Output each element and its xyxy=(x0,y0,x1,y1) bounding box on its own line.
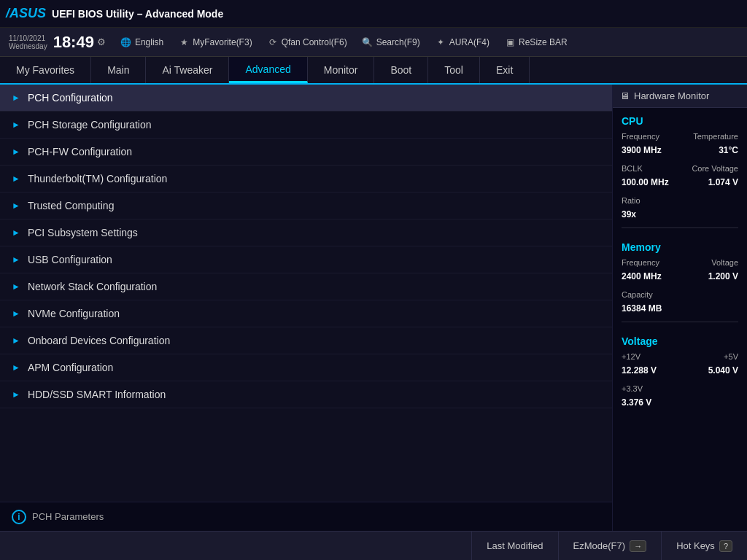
cpu-ratio-row: Ratio xyxy=(613,194,747,207)
arrow-icon: ► xyxy=(12,335,20,346)
mem-freq-value-row: 2400 MHz 1.200 V xyxy=(613,269,747,284)
arrow-icon: ► xyxy=(12,120,20,130)
volt-5v-label: +5V xyxy=(724,352,738,361)
memory-section-title: Memory xyxy=(613,234,747,256)
cpu-ratio-value-row: 39x xyxy=(613,207,747,222)
menu-item-pch-config[interactable]: ► PCH Configuration xyxy=(0,85,612,112)
nav-monitor[interactable]: Monitor xyxy=(308,57,375,83)
mem-cap-value: 16384 MB xyxy=(622,303,662,314)
voltage-section-title: Voltage xyxy=(613,328,747,350)
nav-advanced[interactable]: Advanced xyxy=(229,57,307,83)
bios-title: UEFI BIOS Utility – Advanced Mode xyxy=(52,8,223,20)
arrow-icon: ► xyxy=(12,228,20,238)
arrow-icon: ► xyxy=(12,308,20,319)
mem-cap-row: Capacity xyxy=(613,288,747,301)
menu-item-nvme[interactable]: ► NVMe Configuration xyxy=(0,300,612,327)
cpu-freq-label: Frequency xyxy=(622,132,659,141)
menu-item-trusted-computing[interactable]: ► Trusted Computing xyxy=(0,192,612,219)
mem-volt-value: 1.200 V xyxy=(708,271,738,281)
nav-main[interactable]: Main xyxy=(91,57,146,83)
volt-33v-value: 3.376 V xyxy=(622,397,651,408)
star-icon: ★ xyxy=(178,36,190,48)
info-bar: i PCH Parameters xyxy=(0,502,612,531)
toolbar-english[interactable]: 🌐 English xyxy=(120,36,163,48)
resize-icon: ▣ xyxy=(504,36,516,48)
cpu-temp-value: 31°C xyxy=(719,145,738,155)
arrow-icon: ► xyxy=(12,93,20,103)
navigation-bar: My Favorites Main Ai Tweaker Advanced Mo… xyxy=(0,57,747,85)
arrow-icon: ► xyxy=(12,362,20,373)
toolbar-aura[interactable]: ✦ AURA(F4) xyxy=(435,36,489,48)
menu-item-pci-subsystem[interactable]: ► PCI Subsystem Settings xyxy=(0,219,612,246)
toolbar-qfan[interactable]: ⟳ Qfan Control(F6) xyxy=(267,36,347,48)
cpu-corevolt-value: 1.074 V xyxy=(708,177,738,187)
nav-exit[interactable]: Exit xyxy=(480,57,530,83)
cpu-freq-value-row: 3900 MHz 31°C xyxy=(613,143,747,158)
info-icon: i xyxy=(12,510,26,524)
mem-cap-value-row: 16384 MB xyxy=(613,301,747,316)
arrow-icon: ► xyxy=(12,201,20,211)
hot-keys-icon: ? xyxy=(719,540,732,552)
hardware-monitor-title: 🖥 Hardware Monitor xyxy=(613,85,747,108)
date-display: 11/10/2021 xyxy=(9,34,47,42)
volt-5v-value: 5.040 V xyxy=(708,365,738,376)
nav-boot[interactable]: Boot xyxy=(374,57,428,83)
settings-icon[interactable]: ⚙ xyxy=(97,36,106,47)
fan-icon: ⟳ xyxy=(267,36,279,48)
toolbar-myfavorite[interactable]: ★ MyFavorite(F3) xyxy=(178,36,252,48)
nav-ai-tweaker[interactable]: Ai Tweaker xyxy=(146,57,229,83)
volt-33v-row: +3.3V xyxy=(613,382,747,395)
datetime: 11/10/2021 Wednesday xyxy=(9,34,47,50)
menu-item-hdd-smart[interactable]: ► HDD/SSD SMART Information xyxy=(0,381,612,408)
volt-12v-value: 12.288 V xyxy=(622,365,657,376)
arrow-icon: ► xyxy=(12,174,20,184)
mem-freq-value: 2400 MHz xyxy=(622,271,662,281)
menu-content: ► PCH Configuration ► PCH Storage Config… xyxy=(0,85,612,531)
mem-cap-label: Capacity xyxy=(622,290,653,299)
cpu-memory-divider xyxy=(622,228,738,228)
search-icon: 🔍 xyxy=(362,36,374,48)
last-modified-button[interactable]: Last Modified xyxy=(471,532,557,561)
menu-item-network-stack[interactable]: ► Network Stack Configuration xyxy=(0,273,612,300)
cpu-ratio-label: Ratio xyxy=(622,196,640,205)
cpu-bclk-row: BCLK Core Voltage xyxy=(613,162,747,175)
header-bar: /ASUS UEFI BIOS Utility – Advanced Mode xyxy=(0,0,747,28)
status-bar: Last Modified EzMode(F7) → Hot Keys ? xyxy=(0,531,747,560)
cpu-corevolt-label: Core Voltage xyxy=(692,164,738,173)
menu-item-usb-config[interactable]: ► USB Configuration xyxy=(0,246,612,273)
ez-mode-button[interactable]: EzMode(F7) → xyxy=(558,532,662,561)
asus-logo: /ASUS xyxy=(6,6,46,21)
menu-item-thunderbolt[interactable]: ► Thunderbolt(TM) Configuration xyxy=(0,166,612,192)
datetime-block: 11/10/2021 Wednesday 18:49 ⚙ xyxy=(9,34,106,50)
hot-keys-button[interactable]: Hot Keys ? xyxy=(661,532,747,561)
toolbar-resizebar[interactable]: ▣ ReSize BAR xyxy=(504,36,568,48)
memory-voltage-divider xyxy=(622,322,738,322)
info-text: PCH Parameters xyxy=(32,511,104,522)
nav-tool[interactable]: Tool xyxy=(428,57,480,83)
cpu-bclk-value-row: 100.00 MHz 1.074 V xyxy=(613,175,747,190)
time-display: 18:49 xyxy=(53,34,94,50)
arrow-icon: ► xyxy=(12,389,20,400)
toolbar-search[interactable]: 🔍 Search(F9) xyxy=(362,36,420,48)
cpu-bclk-label: BCLK xyxy=(622,164,643,173)
menu-item-pch-fw[interactable]: ► PCH-FW Configuration xyxy=(0,139,612,166)
time-block: 18:49 ⚙ xyxy=(53,34,106,50)
volt-33v-value-row: 3.376 V xyxy=(613,395,747,410)
volt-33v-label: +3.3V xyxy=(622,384,643,393)
ez-mode-icon: → xyxy=(630,540,646,552)
volt-12v-row: +12V +5V xyxy=(613,350,747,363)
cpu-freq-row: Frequency Temperature xyxy=(613,130,747,143)
toolbar: 11/10/2021 Wednesday 18:49 ⚙ 🌐 English ★… xyxy=(0,28,747,57)
menu-item-onboard-devices[interactable]: ► Onboard Devices Configuration xyxy=(0,327,612,354)
cpu-bclk-value: 100.00 MHz xyxy=(622,177,669,187)
day-display: Wednesday xyxy=(9,42,47,50)
cpu-ratio-value: 39x xyxy=(622,209,636,219)
mem-freq-label: Frequency xyxy=(622,258,659,267)
menu-item-pch-storage[interactable]: ► PCH Storage Configuration xyxy=(0,112,612,139)
menu-item-apm[interactable]: ► APM Configuration xyxy=(0,354,612,381)
nav-my-favorites[interactable]: My Favorites xyxy=(0,57,91,83)
volt-12v-value-row: 12.288 V 5.040 V xyxy=(613,363,747,378)
arrow-icon: ► xyxy=(12,147,20,157)
arrow-icon: ► xyxy=(12,281,20,292)
cpu-section-title: CPU xyxy=(613,108,747,130)
